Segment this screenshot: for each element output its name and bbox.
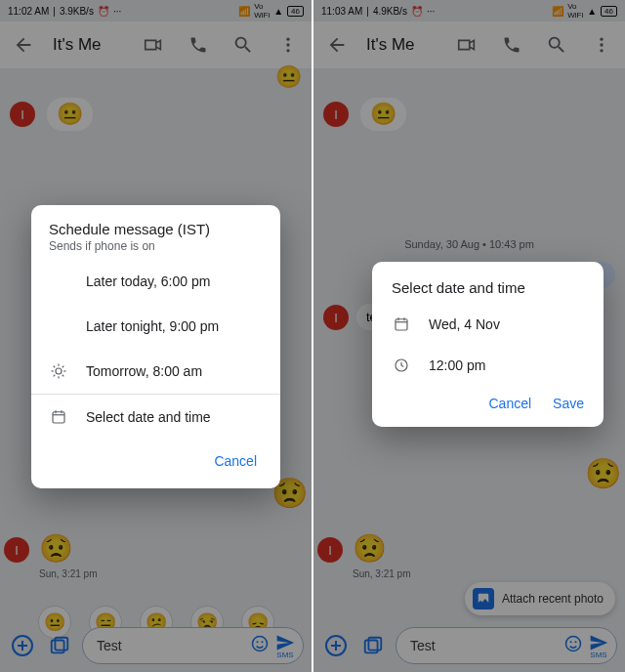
- emoji-picker-button[interactable]: [250, 634, 270, 657]
- svg-rect-31: [396, 319, 407, 330]
- incoming-message-row[interactable]: I 😐: [10, 98, 302, 131]
- vowifi-icon: VoWiFi: [254, 2, 270, 20]
- avatar[interactable]: I: [4, 537, 29, 563]
- arrow-left-icon: [13, 34, 34, 56]
- voice-call-button[interactable]: [183, 29, 214, 61]
- screenshot-left: 11:02 AM | 3.9KB/s ⏰ ··· 📶 VoWiFi ▲ 46 I…: [0, 0, 312, 672]
- dialog-title: Select date and time: [372, 262, 604, 304]
- emoji-message: 😟: [39, 535, 73, 563]
- message-timestamp: Sun, 3:21 pm: [39, 568, 97, 579]
- emoji-message: 😟: [353, 535, 387, 563]
- emoji-message[interactable]: 😐: [275, 66, 302, 88]
- incoming-message-row[interactable]: I 😟: [317, 535, 387, 563]
- svg-point-9: [56, 368, 62, 374]
- message-timestamp: Sun, 3:21 pm: [353, 568, 410, 579]
- image-stack-icon: [49, 635, 70, 656]
- svg-line-17: [62, 366, 64, 368]
- moon-icon: [49, 317, 68, 335]
- add-button[interactable]: [321, 631, 351, 660]
- status-time: 11:03 AM: [321, 6, 362, 17]
- plus-circle-icon: [11, 634, 34, 657]
- send-button[interactable]: SMS: [275, 633, 295, 659]
- calendar-icon: [49, 408, 68, 426]
- status-speed: 4.9KB/s: [373, 6, 407, 17]
- dialog-subtitle: Sends if phone is on: [49, 239, 263, 253]
- overflow-button[interactable]: [586, 29, 617, 61]
- schedule-option-tomorrow[interactable]: Tomorrow, 8:00 am: [31, 349, 280, 394]
- schedule-option-custom[interactable]: Select date and time: [31, 395, 280, 440]
- gallery-button[interactable]: [358, 631, 388, 660]
- image-stack-icon: [362, 635, 384, 656]
- search-icon: [232, 34, 254, 56]
- app-bar: It's Me: [313, 21, 625, 68]
- chat-title[interactable]: It's Me: [53, 35, 124, 55]
- vowifi-icon: VoWiFi: [567, 2, 583, 20]
- moon-icon: [49, 273, 68, 290]
- svg-point-23: [600, 43, 603, 46]
- message-composer: Test SMS: [321, 627, 617, 664]
- schedule-option-later-today[interactable]: Later today, 6:00 pm: [31, 259, 280, 304]
- signal-icon: 📶: [552, 6, 563, 17]
- avatar[interactable]: I: [323, 305, 349, 330]
- search-button[interactable]: [228, 29, 259, 61]
- more-vert-icon: [592, 35, 611, 55]
- chat-title[interactable]: It's Me: [366, 35, 438, 55]
- avatar[interactable]: I: [317, 537, 343, 563]
- message-composer: Test SMS: [8, 627, 304, 664]
- search-button[interactable]: [541, 29, 572, 61]
- svg-point-1: [286, 43, 289, 46]
- arrow-left-icon: [326, 34, 348, 56]
- send-icon: [589, 633, 608, 652]
- attach-photo-chip[interactable]: Attach recent photo: [465, 582, 615, 615]
- incoming-message-row[interactable]: I 😐: [323, 98, 615, 131]
- cancel-button[interactable]: Cancel: [206, 447, 265, 475]
- send-icon: [275, 633, 295, 652]
- emoji-bubble: 😐: [47, 98, 93, 131]
- battery-icon: 46: [601, 6, 617, 17]
- date-picker-row[interactable]: Wed, 4 Nov: [372, 304, 604, 345]
- svg-line-14: [54, 366, 56, 368]
- image-icon: [473, 588, 494, 609]
- video-call-button[interactable]: [138, 29, 169, 61]
- phone-icon: [188, 35, 208, 55]
- composer-input[interactable]: Test SMS: [396, 627, 617, 664]
- emoji-picker-button[interactable]: [563, 634, 583, 657]
- time-picker-row[interactable]: 12:00 pm: [372, 345, 604, 386]
- composer-text: Test: [410, 638, 558, 653]
- overflow-button[interactable]: [272, 29, 304, 61]
- status-time: 11:02 AM: [8, 6, 49, 17]
- incoming-message-row[interactable]: I 😟: [4, 535, 73, 563]
- gallery-button[interactable]: [45, 631, 74, 660]
- app-bar: It's Me: [0, 21, 312, 68]
- smiley-icon: [563, 634, 583, 653]
- send-button[interactable]: SMS: [589, 633, 608, 659]
- schedule-option-later-tonight[interactable]: Later tonight, 9:00 pm: [31, 304, 280, 349]
- dialog-title: Schedule message (IST): [49, 221, 263, 237]
- svg-point-8: [262, 641, 264, 643]
- cancel-button[interactable]: Cancel: [488, 396, 531, 411]
- svg-point-2: [286, 49, 289, 52]
- wifi-icon: ▲: [273, 6, 283, 17]
- phone-icon: [502, 35, 521, 55]
- status-bar: 11:03 AM | 4.9KB/s ⏰ ··· 📶 VoWiFi ▲ 46: [313, 0, 625, 21]
- avatar[interactable]: I: [323, 102, 349, 127]
- svg-point-28: [566, 637, 581, 651]
- back-button[interactable]: [8, 29, 39, 61]
- composer-input[interactable]: Test SMS: [82, 627, 304, 664]
- svg-point-30: [575, 641, 577, 643]
- svg-line-16: [54, 375, 56, 377]
- plus-circle-icon: [324, 634, 348, 657]
- add-button[interactable]: [8, 631, 37, 660]
- svg-line-15: [62, 375, 64, 377]
- alarm-icon: ⏰: [98, 6, 109, 17]
- video-icon: [143, 34, 164, 56]
- emoji-bubble: 😐: [360, 98, 406, 131]
- screenshot-right: 11:03 AM | 4.9KB/s ⏰ ··· 📶 VoWiFi ▲ 46 I…: [313, 0, 625, 672]
- smiley-icon: [250, 634, 270, 653]
- avatar[interactable]: I: [10, 102, 35, 127]
- back-button[interactable]: [321, 29, 353, 61]
- save-button[interactable]: Save: [553, 396, 584, 411]
- voice-call-button[interactable]: [496, 29, 527, 61]
- video-call-button[interactable]: [451, 29, 482, 61]
- emoji-message[interactable]: 😟: [585, 459, 621, 488]
